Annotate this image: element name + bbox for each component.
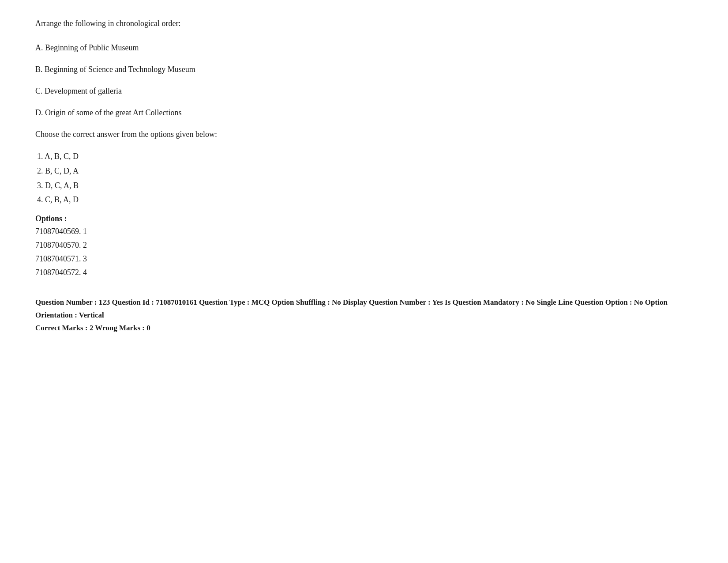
item-d-label: D. xyxy=(35,108,43,117)
code-3: 71087040571. xyxy=(35,254,81,263)
item-c-text: Development of galleria xyxy=(45,87,122,95)
answer-option-3: 3. D, C, A, B xyxy=(37,179,693,192)
answer-option-2: 2. B, C, D, A xyxy=(37,165,693,178)
option-code-4: 71087040572. 4 xyxy=(35,266,693,279)
choose-instruction: Choose the correct answer from the optio… xyxy=(35,128,693,140)
val-2: 2 xyxy=(83,241,87,249)
metadata-line2: Correct Marks : 2 Wrong Marks : 0 xyxy=(35,322,693,335)
item-a-text: Beginning of Public Museum xyxy=(45,43,139,52)
answer-options-container: 1. A, B, C, D 2. B, C, D, A 3. D, C, A, … xyxy=(35,150,693,206)
item-a: A. Beginning of Public Museum xyxy=(35,42,693,54)
answer-text-4: C, B, A, D xyxy=(45,195,79,204)
answer-option-4: 4. C, B, A, D xyxy=(37,193,693,206)
answer-text-1: A, B, C, D xyxy=(45,152,79,161)
option-code-1: 71087040569. 1 xyxy=(35,225,693,238)
answer-text-2: B, C, D, A xyxy=(45,166,79,175)
answer-num-4: 4. xyxy=(37,195,43,204)
val-4: 4 xyxy=(83,268,87,277)
item-c: C. Development of galleria xyxy=(35,85,693,97)
answer-num-1: 1. xyxy=(37,152,43,161)
answer-num-3: 3. xyxy=(37,181,43,190)
item-d-text: Origin of some of the great Art Collecti… xyxy=(45,108,181,117)
val-3: 3 xyxy=(83,254,87,263)
item-c-label: C. xyxy=(35,87,43,95)
options-label: Options : xyxy=(35,214,693,223)
code-2: 71087040570. xyxy=(35,241,81,249)
item-d: D. Origin of some of the great Art Colle… xyxy=(35,107,693,119)
item-b: B. Beginning of Science and Technology M… xyxy=(35,64,693,76)
val-1: 1 xyxy=(83,227,87,236)
item-a-label: A. xyxy=(35,43,43,52)
code-4: 71087040572. xyxy=(35,268,81,277)
question-instruction: Arrange the following in chronological o… xyxy=(35,18,693,30)
question-container: Arrange the following in chronological o… xyxy=(35,18,693,335)
option-code-3: 71087040571. 3 xyxy=(35,253,693,265)
option-code-2: 71087040570. 2 xyxy=(35,239,693,252)
metadata-line1: Question Number : 123 Question Id : 7108… xyxy=(35,296,693,322)
answer-text-3: D, C, A, B xyxy=(45,181,79,190)
code-1: 71087040569. xyxy=(35,227,81,236)
item-b-label: B. xyxy=(35,65,43,74)
option-codes-container: 71087040569. 1 71087040570. 2 7108704057… xyxy=(35,225,693,279)
metadata-container: Question Number : 123 Question Id : 7108… xyxy=(35,296,693,335)
answer-num-2: 2. xyxy=(37,166,43,175)
answer-option-1: 1. A, B, C, D xyxy=(37,150,693,163)
item-b-text: Beginning of Science and Technology Muse… xyxy=(45,65,195,74)
